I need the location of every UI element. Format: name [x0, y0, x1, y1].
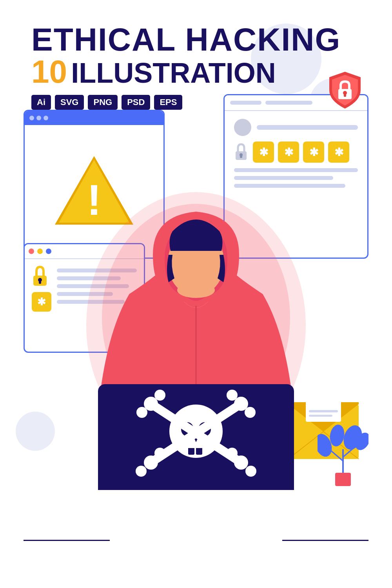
user-avatar: [234, 119, 251, 136]
svg-point-52: [245, 466, 256, 477]
title-row2: 10 ILLUSTRATION: [31, 56, 341, 88]
star-box-3: ✱: [303, 142, 324, 163]
win-dot-1: [29, 116, 34, 120]
blw-dot-yellow: [37, 249, 43, 254]
badge-png: PNG: [88, 95, 118, 110]
title-number: 10: [31, 56, 67, 88]
svg-point-51: [144, 397, 158, 411]
svg-point-43: [144, 456, 158, 470]
badge-psd: PSD: [122, 95, 150, 110]
blw-lock-icon: ✱: [32, 265, 51, 312]
svg-rect-11: [39, 281, 41, 284]
svg-point-55: [136, 407, 147, 418]
lock-icon: [234, 143, 248, 162]
svg-point-53: [227, 448, 238, 459]
blw-lock-svg: [32, 265, 48, 287]
footer-lines: [0, 540, 392, 541]
user-name-bar: [257, 125, 358, 130]
blw-star: ✱: [32, 292, 51, 312]
svg-point-46: [154, 448, 165, 459]
svg-point-47: [227, 390, 238, 401]
format-badges: Ai SVG PNG PSD EPS: [31, 95, 341, 110]
svg-point-54: [154, 390, 165, 401]
password-stars: ✱ ✱ ✱ ✱: [253, 142, 349, 163]
title-illustration: ILLUSTRATION: [71, 59, 276, 87]
footer-line-right: [282, 540, 368, 541]
win-dot-3: [44, 116, 48, 120]
svg-point-48: [245, 407, 256, 418]
shield-badge: [323, 69, 367, 113]
svg-point-50: [234, 456, 248, 470]
warning-window-titlebar: [25, 111, 163, 125]
star-box-2: ✱: [278, 142, 299, 163]
svg-point-44: [234, 397, 248, 411]
lock-row: ✱ ✱ ✱ ✱: [234, 142, 358, 163]
star-box-1: ✱: [253, 142, 274, 163]
svg-point-32: [177, 282, 215, 298]
win-dot-2: [36, 116, 41, 120]
plant-container: [318, 418, 368, 490]
badge-eps: EPS: [154, 95, 182, 110]
svg-rect-21: [335, 473, 351, 486]
svg-point-45: [136, 466, 147, 477]
bg-circle-5: [16, 412, 55, 451]
page-container: ETHICAL HACKING 10 ILLUSTRATION Ai SVG P…: [0, 0, 392, 588]
login-user-row: [234, 119, 358, 136]
plant-svg: [318, 418, 368, 488]
blw-dot-red: [29, 249, 34, 254]
shield-svg: [323, 69, 367, 112]
hacker-svg: [59, 176, 333, 490]
blw-dot-blue: [46, 249, 51, 254]
footer-line-left: [24, 540, 110, 541]
header-area: ETHICAL HACKING 10 ILLUSTRATION Ai SVG P…: [31, 24, 341, 110]
svg-rect-41: [186, 446, 206, 448]
title-ethical-hacking: ETHICAL HACKING: [31, 24, 341, 56]
badge-svg: SVG: [55, 95, 84, 110]
svg-rect-5: [344, 94, 346, 97]
star-box-4: ✱: [328, 142, 349, 163]
badge-ai: Ai: [31, 95, 51, 110]
svg-rect-8: [240, 155, 242, 158]
hacker-scene: [59, 176, 333, 490]
login-line-1: [234, 168, 358, 172]
